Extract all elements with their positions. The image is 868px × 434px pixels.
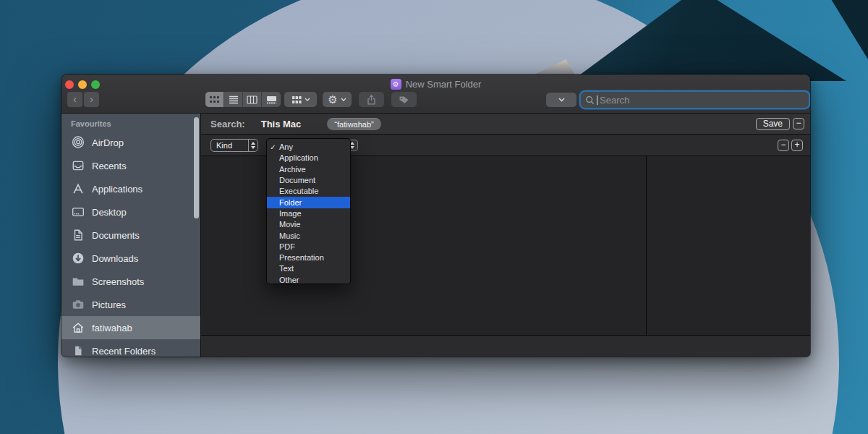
title-bar: ⚙ New Smart Folder ‹ ›: [61, 75, 810, 114]
tag-button[interactable]: [391, 92, 417, 107]
sidebar-item-airdrop[interactable]: AirDrop: [61, 131, 200, 154]
chevron-down-icon: [305, 98, 310, 101]
sidebar-item-recent-folders[interactable]: Recent Folders: [61, 339, 200, 357]
group-button[interactable]: [284, 92, 317, 107]
sidebar-item-screenshots[interactable]: Screenshots: [61, 270, 200, 293]
menu-item-presentation[interactable]: Presentation: [267, 252, 350, 263]
smart-folder-icon: ⚙: [391, 79, 401, 90]
sidebar-item-label: Pictures: [92, 299, 126, 310]
icon-view-icon: [209, 95, 220, 104]
sidebar-item-recents[interactable]: Recents: [61, 154, 200, 177]
home-icon: [72, 321, 85, 334]
sidebar-item-label: Recents: [92, 161, 127, 171]
applications-icon: [72, 182, 85, 195]
window-title: New Smart Folder: [406, 79, 482, 90]
remove-search-button[interactable]: −: [793, 118, 804, 129]
sidebar-item-documents[interactable]: Documents: [61, 224, 200, 247]
sidebar-item-label: fatiwahab: [92, 323, 132, 333]
text-caret: [597, 95, 597, 105]
view-segmented-control: [205, 92, 281, 107]
downloads-icon: [72, 252, 85, 265]
sidebar-item-desktop[interactable]: Desktop: [61, 200, 200, 224]
airdrop-icon: [72, 136, 85, 149]
checkmark-icon: ✓: [267, 142, 279, 153]
forward-button[interactable]: ›: [84, 92, 99, 107]
menu-item-image[interactable]: Image: [267, 208, 350, 219]
forward-icon: ›: [90, 93, 93, 105]
menu-item-archive[interactable]: Archive: [267, 164, 350, 175]
sidebar: Favourites AirDrop Recents Applicatio: [61, 114, 201, 357]
sidebar-item-label: Applications: [92, 184, 142, 195]
icon-view-button[interactable]: [205, 92, 224, 107]
back-button[interactable]: ‹: [67, 92, 82, 107]
sidebar-scrollbar[interactable]: [194, 117, 199, 218]
group-icon: [292, 95, 302, 104]
scope-this-mac[interactable]: This Mac: [261, 119, 302, 129]
search-input[interactable]: [600, 95, 804, 106]
column-view-button[interactable]: [243, 92, 262, 107]
column-view-icon: [247, 95, 258, 104]
documents-icon: [72, 229, 85, 242]
search-scope-dropdown[interactable]: [546, 93, 576, 107]
sidebar-item-label: AirDrop: [92, 137, 124, 148]
remove-rule-button[interactable]: −: [778, 140, 789, 151]
back-icon: ‹: [73, 93, 77, 105]
search-scope-bar: Search: This Mac “fatiwahab” Save −: [201, 114, 810, 135]
menu-item-pdf[interactable]: PDF: [267, 242, 350, 252]
document-icon: [72, 344, 85, 357]
share-button[interactable]: [359, 92, 384, 107]
sidebar-item-label: Downloads: [92, 253, 138, 264]
sidebar-item-label: Documents: [92, 230, 140, 241]
add-rule-button[interactable]: +: [791, 140, 803, 151]
finder-window: ⚙ New Smart Folder ‹ ›: [61, 75, 810, 357]
sidebar-item-pictures[interactable]: Pictures: [61, 293, 200, 316]
menu-item-movie[interactable]: Movie: [267, 219, 350, 230]
action-button[interactable]: ⚙: [323, 92, 352, 107]
sidebar-item-downloads[interactable]: Downloads: [61, 247, 200, 270]
kind-dropdown-menu: ✓Any Application Archive Document Execut…: [266, 138, 351, 284]
menu-item-document[interactable]: Document: [267, 175, 350, 186]
gallery-view-icon: [266, 95, 277, 104]
sidebar-item-label: Desktop: [92, 207, 127, 218]
kind-select-value: Kind: [211, 141, 248, 150]
chevron-down-icon: [558, 98, 565, 102]
query-tag-pill[interactable]: “fatiwahab”: [327, 118, 380, 130]
menu-item-application[interactable]: Application: [267, 153, 350, 163]
status-bar: [201, 335, 810, 357]
list-view-icon: [229, 95, 239, 104]
menu-item-music[interactable]: Music: [267, 230, 350, 241]
menu-item-executable[interactable]: Executable: [267, 186, 350, 197]
folder-icon: [72, 275, 85, 288]
menu-item-folder[interactable]: Folder: [267, 197, 350, 208]
gallery-view-button[interactable]: [262, 92, 281, 107]
column-divider: [646, 156, 647, 335]
search-field[interactable]: [581, 92, 809, 108]
sidebar-item-applications[interactable]: Applications: [61, 177, 200, 200]
kind-select[interactable]: Kind: [210, 139, 258, 152]
stepper-icon: [248, 140, 258, 151]
menu-item-text[interactable]: Text: [267, 263, 350, 274]
save-button[interactable]: Save: [756, 118, 790, 130]
desktop-icon: [72, 205, 85, 218]
gear-icon: ⚙: [328, 94, 337, 105]
search-icon: [585, 95, 595, 105]
desktop: ⚙ New Smart Folder ‹ ›: [0, 0, 868, 434]
camera-icon: [72, 298, 85, 311]
tag-icon: [399, 95, 409, 104]
sidebar-item-label: Screenshots: [92, 276, 144, 287]
share-icon: [367, 95, 376, 105]
menu-item-other[interactable]: Other: [267, 275, 350, 286]
list-view-button[interactable]: [224, 92, 243, 107]
menu-item-any[interactable]: ✓Any: [267, 142, 350, 153]
sidebar-section-label: Favourites: [61, 114, 200, 131]
sidebar-item-fatiwahab[interactable]: fatiwahab: [61, 316, 200, 339]
wallpaper-corner: [816, 0, 868, 59]
search-label: Search:: [210, 119, 245, 129]
recents-icon: [72, 159, 85, 172]
window-title-row: ⚙ New Smart Folder: [61, 79, 810, 90]
chevron-down-icon: [341, 98, 346, 101]
sidebar-item-label: Recent Folders: [92, 346, 156, 357]
